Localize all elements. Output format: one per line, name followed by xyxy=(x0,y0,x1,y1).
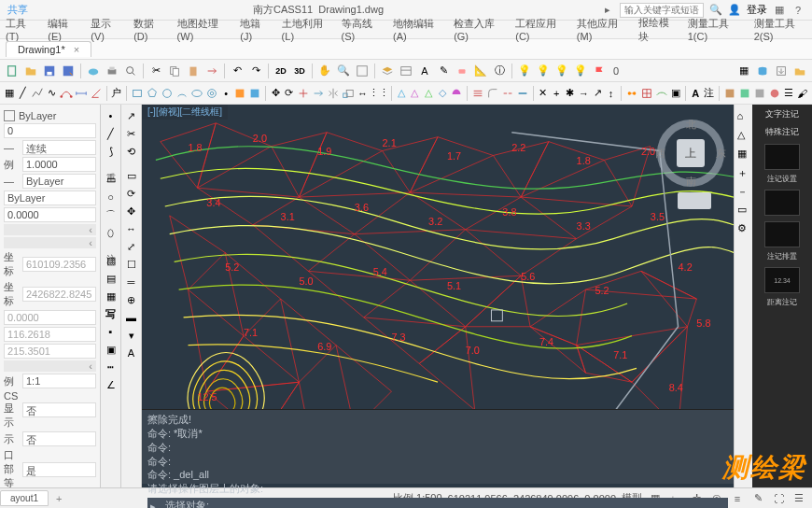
user-icon[interactable]: 👤 xyxy=(728,4,741,17)
tri-icon[interactable]: △ xyxy=(396,85,408,102)
eq-field[interactable]: 是 xyxy=(22,462,96,477)
layout-add[interactable]: + xyxy=(50,491,67,506)
misc1-icon[interactable] xyxy=(723,85,736,102)
hatch2-icon[interactable]: ▧ xyxy=(104,253,119,268)
grid-icon[interactable]: ▦ xyxy=(735,63,752,79)
command-window[interactable]: 擦除完成! 命令: *取消* 命令: 命令: 命令: _del_all 请选择操… xyxy=(142,409,734,484)
thickness-field[interactable]: 0.0000 xyxy=(4,207,96,222)
ann-icon[interactable]: ✎ xyxy=(750,491,765,506)
info-icon[interactable]: ⓘ xyxy=(491,63,508,79)
search-icon[interactable]: 🔍 xyxy=(709,4,722,17)
ed1-icon[interactable]: ↗ xyxy=(124,108,139,123)
misc5-icon[interactable]: ☰ xyxy=(783,85,795,102)
mesh-icon[interactable] xyxy=(640,85,653,102)
collapse-1[interactable]: ‹ xyxy=(4,224,96,235)
layer-field[interactable]: 0 xyxy=(4,123,96,138)
match-icon[interactable] xyxy=(203,63,220,79)
mirror-icon[interactable] xyxy=(327,85,340,102)
menu-survey1[interactable]: 测量工具1(C) xyxy=(688,17,741,42)
surf-icon[interactable] xyxy=(655,85,668,102)
tab-close-icon[interactable]: × xyxy=(74,44,79,55)
spline-icon[interactable]: ∿ xyxy=(46,85,58,102)
reg-icon[interactable]: ▣ xyxy=(104,342,119,357)
text2-icon[interactable]: A xyxy=(690,85,702,102)
diag-icon[interactable]: ↗ xyxy=(592,85,604,102)
menu-survey2[interactable]: 测量工具2(S) xyxy=(754,17,806,42)
zoom-icon[interactable]: 🔍 xyxy=(335,63,352,79)
ltscale-field[interactable]: 1.0000 xyxy=(22,157,96,172)
angle-icon[interactable] xyxy=(90,85,103,102)
menu-feature[interactable]: 地物编辑(A) xyxy=(393,17,441,42)
fill-icon[interactable] xyxy=(450,85,463,102)
lwt-icon[interactable]: ≡ xyxy=(730,491,745,506)
dim-icon[interactable] xyxy=(75,85,88,102)
apps-icon[interactable]: ▦ xyxy=(773,4,786,17)
nav-triangle-icon[interactable]: △ xyxy=(737,129,750,142)
login-link[interactable]: 登录 xyxy=(747,3,767,17)
share-link[interactable]: 共享 xyxy=(0,3,35,17)
line-icon[interactable]: ╱ xyxy=(18,85,30,102)
dash-icon[interactable]: ┅ xyxy=(104,360,119,374)
move-icon[interactable]: ✥ xyxy=(270,85,282,102)
open-icon[interactable] xyxy=(22,63,39,79)
brush-icon[interactable]: 🖌 xyxy=(796,85,808,102)
menu-eng[interactable]: 工程应用(C) xyxy=(515,17,564,42)
ratio-field[interactable]: 1:1 xyxy=(22,374,96,388)
join-icon[interactable] xyxy=(516,85,529,102)
bulb3-icon[interactable]: 💡 xyxy=(553,63,570,79)
tri3-icon[interactable]: △ xyxy=(423,85,435,102)
redo-icon[interactable]: ↷ xyxy=(247,63,264,79)
menu-edit[interactable]: 编辑(E) xyxy=(48,17,77,42)
linetype-field[interactable]: 连续 xyxy=(22,140,96,155)
ln-icon[interactable]: ╱ xyxy=(104,126,119,141)
document-tab[interactable]: Drawing1* × xyxy=(6,41,91,57)
props-icon[interactable] xyxy=(398,63,414,79)
ed9-icon[interactable]: ☐ xyxy=(124,257,139,272)
db-icon[interactable] xyxy=(754,63,771,79)
save-icon[interactable] xyxy=(41,63,58,79)
paste-icon[interactable] xyxy=(185,63,202,79)
copy-icon[interactable] xyxy=(166,63,183,79)
table-icon[interactable]: ▦ xyxy=(104,289,119,303)
ell2-icon[interactable]: ⬯ xyxy=(104,225,119,240)
point-icon[interactable]: • xyxy=(220,85,232,102)
tf-field[interactable]: 否 xyxy=(22,431,96,446)
vtab-1[interactable]: 重 xyxy=(105,162,118,169)
preview-icon[interactable] xyxy=(122,63,139,79)
poly-icon[interactable] xyxy=(146,85,159,102)
menu-view[interactable]: 显示(V) xyxy=(91,17,120,42)
flag-icon[interactable] xyxy=(591,63,608,79)
nav-plus-icon[interactable]: ＋ xyxy=(737,166,750,179)
saveas-icon[interactable] xyxy=(60,63,77,79)
bulb2-icon[interactable]: 💡 xyxy=(535,63,552,79)
wcs-indicator[interactable] xyxy=(678,192,711,209)
nav-grid-icon[interactable]: ▦ xyxy=(737,148,750,161)
pan-icon[interactable]: ✋ xyxy=(316,63,333,79)
conn-icon[interactable] xyxy=(625,85,638,102)
draw2-icon[interactable]: ✎ xyxy=(435,63,452,79)
compass-north[interactable]: 北 xyxy=(686,118,696,132)
anno-icon[interactable]: 注 xyxy=(704,85,716,102)
cmd-prompt[interactable]: 选择对象: xyxy=(165,499,209,508)
menu-other[interactable]: 其他应用(M) xyxy=(577,17,626,42)
donut-icon[interactable] xyxy=(205,85,218,102)
offset-icon[interactable] xyxy=(471,85,484,102)
ed10-icon[interactable]: ═ xyxy=(124,275,139,289)
circle-icon[interactable] xyxy=(161,85,174,102)
rotate-icon[interactable]: ⟳ xyxy=(284,85,296,102)
undo-icon[interactable]: ↶ xyxy=(229,63,245,79)
pt2-icon[interactable]: ▪ xyxy=(104,324,119,339)
cut-icon[interactable]: ✂ xyxy=(147,63,164,79)
plus-icon[interactable]: + xyxy=(551,85,563,102)
expand-icon[interactable]: ⛶ xyxy=(771,491,786,506)
arc-node-icon[interactable] xyxy=(60,85,73,102)
bulb1-icon[interactable]: 💡 xyxy=(516,63,533,79)
view-cube[interactable]: 上 北 南 东 西 xyxy=(657,120,724,187)
vol-icon[interactable]: ▣ xyxy=(670,85,682,102)
new-icon[interactable] xyxy=(4,63,21,79)
menu-map[interactable]: 地图处理(W) xyxy=(177,17,228,42)
measure-icon[interactable]: 📐 xyxy=(472,63,489,79)
quad-icon[interactable]: ◇ xyxy=(436,85,448,102)
menu-landuse[interactable]: 土地利用(L) xyxy=(282,17,329,42)
ed12-icon[interactable]: ▬ xyxy=(124,310,139,325)
